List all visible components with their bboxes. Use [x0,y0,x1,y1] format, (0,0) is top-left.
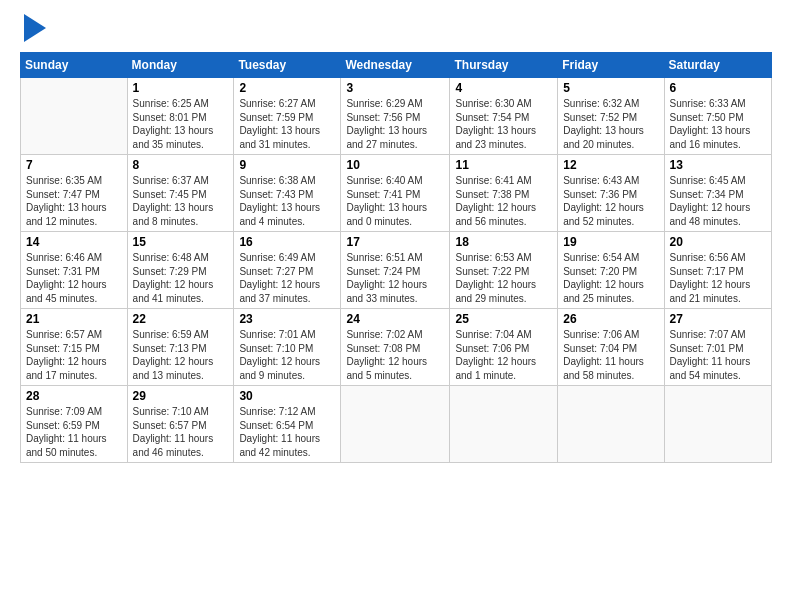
calendar-week-2: 7Sunrise: 6:35 AM Sunset: 7:47 PM Daylig… [21,155,772,232]
calendar-cell: 19Sunrise: 6:54 AM Sunset: 7:20 PM Dayli… [558,232,664,309]
calendar-cell: 11Sunrise: 6:41 AM Sunset: 7:38 PM Dayli… [450,155,558,232]
calendar-week-4: 21Sunrise: 6:57 AM Sunset: 7:15 PM Dayli… [21,309,772,386]
calendar-cell: 7Sunrise: 6:35 AM Sunset: 7:47 PM Daylig… [21,155,128,232]
calendar-cell: 22Sunrise: 6:59 AM Sunset: 7:13 PM Dayli… [127,309,234,386]
weekday-header-thursday: Thursday [450,53,558,78]
day-number: 24 [346,312,444,326]
weekday-header-friday: Friday [558,53,664,78]
day-info: Sunrise: 6:53 AM Sunset: 7:22 PM Dayligh… [455,251,552,305]
day-info: Sunrise: 6:27 AM Sunset: 7:59 PM Dayligh… [239,97,335,151]
day-number: 4 [455,81,552,95]
calendar-table: SundayMondayTuesdayWednesdayThursdayFrid… [20,52,772,463]
calendar-cell: 29Sunrise: 7:10 AM Sunset: 6:57 PM Dayli… [127,386,234,463]
day-number: 21 [26,312,122,326]
day-number: 3 [346,81,444,95]
day-info: Sunrise: 6:37 AM Sunset: 7:45 PM Dayligh… [133,174,229,228]
day-number: 20 [670,235,766,249]
day-number: 13 [670,158,766,172]
day-number: 25 [455,312,552,326]
calendar-cell: 16Sunrise: 6:49 AM Sunset: 7:27 PM Dayli… [234,232,341,309]
calendar-cell [664,386,771,463]
day-number: 19 [563,235,658,249]
day-info: Sunrise: 6:41 AM Sunset: 7:38 PM Dayligh… [455,174,552,228]
day-number: 27 [670,312,766,326]
day-number: 26 [563,312,658,326]
day-number: 30 [239,389,335,403]
day-info: Sunrise: 7:04 AM Sunset: 7:06 PM Dayligh… [455,328,552,382]
day-number: 10 [346,158,444,172]
weekday-row: SundayMondayTuesdayWednesdayThursdayFrid… [21,53,772,78]
day-info: Sunrise: 6:35 AM Sunset: 7:47 PM Dayligh… [26,174,122,228]
calendar-cell: 1Sunrise: 6:25 AM Sunset: 8:01 PM Daylig… [127,78,234,155]
calendar-cell [558,386,664,463]
day-info: Sunrise: 7:12 AM Sunset: 6:54 PM Dayligh… [239,405,335,459]
day-number: 18 [455,235,552,249]
weekday-header-saturday: Saturday [664,53,771,78]
day-info: Sunrise: 6:40 AM Sunset: 7:41 PM Dayligh… [346,174,444,228]
day-info: Sunrise: 7:10 AM Sunset: 6:57 PM Dayligh… [133,405,229,459]
day-number: 7 [26,158,122,172]
weekday-header-wednesday: Wednesday [341,53,450,78]
day-info: Sunrise: 6:29 AM Sunset: 7:56 PM Dayligh… [346,97,444,151]
weekday-header-tuesday: Tuesday [234,53,341,78]
day-number: 12 [563,158,658,172]
day-number: 14 [26,235,122,249]
day-number: 9 [239,158,335,172]
day-info: Sunrise: 6:54 AM Sunset: 7:20 PM Dayligh… [563,251,658,305]
calendar-header: SundayMondayTuesdayWednesdayThursdayFrid… [21,53,772,78]
calendar-cell: 23Sunrise: 7:01 AM Sunset: 7:10 PM Dayli… [234,309,341,386]
day-info: Sunrise: 6:48 AM Sunset: 7:29 PM Dayligh… [133,251,229,305]
day-number: 28 [26,389,122,403]
calendar-body: 1Sunrise: 6:25 AM Sunset: 8:01 PM Daylig… [21,78,772,463]
day-info: Sunrise: 6:33 AM Sunset: 7:50 PM Dayligh… [670,97,766,151]
calendar-cell: 2Sunrise: 6:27 AM Sunset: 7:59 PM Daylig… [234,78,341,155]
day-number: 17 [346,235,444,249]
day-info: Sunrise: 6:30 AM Sunset: 7:54 PM Dayligh… [455,97,552,151]
logo-arrow-icon [24,14,46,42]
calendar-cell: 20Sunrise: 6:56 AM Sunset: 7:17 PM Dayli… [664,232,771,309]
day-info: Sunrise: 6:49 AM Sunset: 7:27 PM Dayligh… [239,251,335,305]
day-number: 8 [133,158,229,172]
calendar-cell: 15Sunrise: 6:48 AM Sunset: 7:29 PM Dayli… [127,232,234,309]
day-number: 16 [239,235,335,249]
calendar-cell: 28Sunrise: 7:09 AM Sunset: 6:59 PM Dayli… [21,386,128,463]
calendar-cell: 4Sunrise: 6:30 AM Sunset: 7:54 PM Daylig… [450,78,558,155]
day-info: Sunrise: 6:32 AM Sunset: 7:52 PM Dayligh… [563,97,658,151]
day-info: Sunrise: 6:57 AM Sunset: 7:15 PM Dayligh… [26,328,122,382]
day-number: 5 [563,81,658,95]
day-number: 2 [239,81,335,95]
day-info: Sunrise: 6:38 AM Sunset: 7:43 PM Dayligh… [239,174,335,228]
calendar-cell: 30Sunrise: 7:12 AM Sunset: 6:54 PM Dayli… [234,386,341,463]
calendar-cell: 3Sunrise: 6:29 AM Sunset: 7:56 PM Daylig… [341,78,450,155]
page-header [20,18,772,42]
day-number: 29 [133,389,229,403]
day-info: Sunrise: 6:25 AM Sunset: 8:01 PM Dayligh… [133,97,229,151]
day-info: Sunrise: 6:59 AM Sunset: 7:13 PM Dayligh… [133,328,229,382]
day-info: Sunrise: 6:46 AM Sunset: 7:31 PM Dayligh… [26,251,122,305]
calendar-cell: 24Sunrise: 7:02 AM Sunset: 7:08 PM Dayli… [341,309,450,386]
day-info: Sunrise: 6:45 AM Sunset: 7:34 PM Dayligh… [670,174,766,228]
calendar-cell: 17Sunrise: 6:51 AM Sunset: 7:24 PM Dayli… [341,232,450,309]
day-info: Sunrise: 7:09 AM Sunset: 6:59 PM Dayligh… [26,405,122,459]
day-info: Sunrise: 7:02 AM Sunset: 7:08 PM Dayligh… [346,328,444,382]
calendar-cell [450,386,558,463]
calendar-cell: 9Sunrise: 6:38 AM Sunset: 7:43 PM Daylig… [234,155,341,232]
day-info: Sunrise: 6:51 AM Sunset: 7:24 PM Dayligh… [346,251,444,305]
logo [20,18,46,42]
calendar-week-3: 14Sunrise: 6:46 AM Sunset: 7:31 PM Dayli… [21,232,772,309]
day-info: Sunrise: 6:56 AM Sunset: 7:17 PM Dayligh… [670,251,766,305]
day-number: 1 [133,81,229,95]
calendar-cell [341,386,450,463]
day-info: Sunrise: 7:06 AM Sunset: 7:04 PM Dayligh… [563,328,658,382]
calendar-cell: 6Sunrise: 6:33 AM Sunset: 7:50 PM Daylig… [664,78,771,155]
calendar-week-5: 28Sunrise: 7:09 AM Sunset: 6:59 PM Dayli… [21,386,772,463]
calendar-cell [21,78,128,155]
calendar-week-1: 1Sunrise: 6:25 AM Sunset: 8:01 PM Daylig… [21,78,772,155]
day-number: 11 [455,158,552,172]
calendar-cell: 10Sunrise: 6:40 AM Sunset: 7:41 PM Dayli… [341,155,450,232]
calendar-cell: 8Sunrise: 6:37 AM Sunset: 7:45 PM Daylig… [127,155,234,232]
day-number: 22 [133,312,229,326]
day-info: Sunrise: 7:01 AM Sunset: 7:10 PM Dayligh… [239,328,335,382]
calendar-cell: 12Sunrise: 6:43 AM Sunset: 7:36 PM Dayli… [558,155,664,232]
calendar-cell: 25Sunrise: 7:04 AM Sunset: 7:06 PM Dayli… [450,309,558,386]
